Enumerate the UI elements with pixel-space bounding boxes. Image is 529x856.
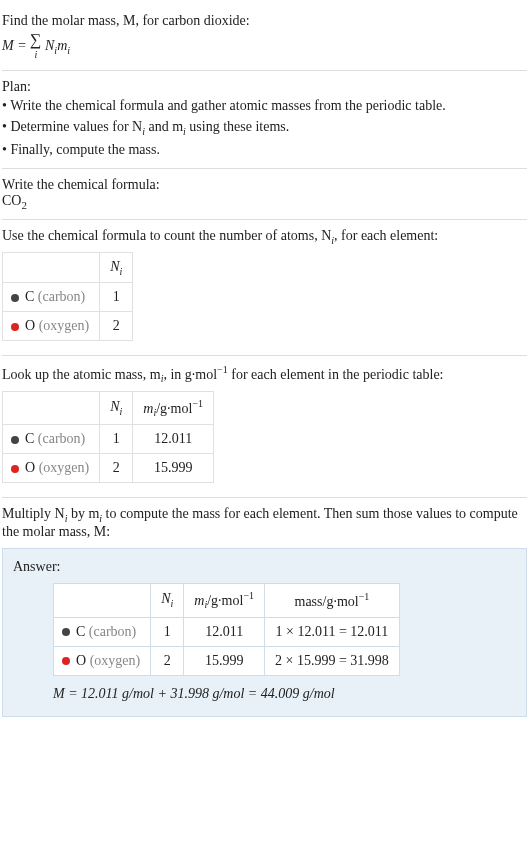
table-row: C (carbon) 1 12.011 bbox=[3, 425, 214, 454]
intro-section: Find the molar mass, M, for carbon dioxi… bbox=[2, 2, 527, 71]
oxygen-m: 15.999 bbox=[184, 646, 265, 675]
carbon-count: 1 bbox=[100, 283, 133, 312]
oxygen-N: 2 bbox=[151, 646, 184, 675]
plan-item-1: • Write the chemical formula and gather … bbox=[2, 95, 527, 116]
oxygen-m: 15.999 bbox=[133, 454, 214, 483]
empty-header bbox=[54, 584, 151, 617]
m-header: mi/g·mol−1 bbox=[133, 391, 214, 424]
plan-title: Plan: bbox=[2, 79, 527, 95]
carbon-cell: C (carbon) bbox=[3, 283, 100, 312]
N-header: Ni bbox=[100, 391, 133, 424]
oxygen-N: 2 bbox=[100, 454, 133, 483]
carbon-m: 12.011 bbox=[184, 617, 265, 646]
table-row: C (carbon) 1 12.011 1 × 12.011 = 12.011 bbox=[54, 617, 400, 646]
plan-item-2: • Determine values for Ni and mi using t… bbox=[2, 116, 527, 139]
plan-item-3: • Finally, compute the mass. bbox=[2, 139, 527, 160]
table-row: O (oxygen) 2 15.999 bbox=[3, 454, 214, 483]
carbon-cell: C (carbon) bbox=[3, 425, 100, 454]
multiply-prompt: Multiply Ni by mi to compute the mass fo… bbox=[2, 506, 527, 540]
multiply-section: Multiply Ni by mi to compute the mass fo… bbox=[2, 498, 527, 732]
intro-line: Find the molar mass, M, for carbon dioxi… bbox=[2, 10, 527, 31]
empty-header bbox=[3, 252, 100, 283]
table-row: Ni bbox=[3, 252, 133, 283]
carbon-dot-icon bbox=[11, 294, 19, 302]
oxygen-dot-icon bbox=[11, 323, 19, 331]
oxygen-dot-icon bbox=[11, 465, 19, 473]
oxygen-dot-icon bbox=[62, 657, 70, 665]
empty-header bbox=[3, 391, 100, 424]
m-header: mi/g·mol−1 bbox=[184, 584, 265, 617]
oxygen-cell: O (oxygen) bbox=[54, 646, 151, 675]
N-header: Ni bbox=[151, 584, 184, 617]
table-row: O (oxygen) 2 15.999 2 × 15.999 = 31.998 bbox=[54, 646, 400, 675]
table-row: Ni mi/g·mol−1 mass/g·mol−1 bbox=[54, 584, 400, 617]
oxygen-cell: O (oxygen) bbox=[3, 312, 100, 341]
plan-section: Plan: • Write the chemical formula and g… bbox=[2, 71, 527, 169]
chemformula-prompt: Write the chemical formula: bbox=[2, 177, 527, 193]
carbon-cell: C (carbon) bbox=[54, 617, 151, 646]
answer-label: Answer: bbox=[13, 559, 516, 575]
table-row: O (oxygen) 2 bbox=[3, 312, 133, 341]
count-atoms-section: Use the chemical formula to count the nu… bbox=[2, 220, 527, 357]
chemical-formula-section: Write the chemical formula: CO2 bbox=[2, 169, 527, 220]
result-line: M = 12.011 g/mol + 31.998 g/mol = 44.009… bbox=[53, 686, 516, 702]
carbon-mass: 1 × 12.011 = 12.011 bbox=[265, 617, 400, 646]
chemical-formula: CO2 bbox=[2, 193, 527, 211]
plan-list: • Write the chemical formula and gather … bbox=[2, 95, 527, 160]
molar-mass-formula: M = ∑i Nimi bbox=[2, 33, 527, 60]
carbon-dot-icon bbox=[11, 436, 19, 444]
oxygen-mass: 2 × 15.999 = 31.998 bbox=[265, 646, 400, 675]
atomicmass-prompt: Look up the atomic mass, mi, in g·mol−1 … bbox=[2, 364, 527, 384]
N-header: Ni bbox=[100, 252, 133, 283]
answer-box: Answer: Ni mi/g·mol−1 mass/g·mol−1 C (ca… bbox=[2, 548, 527, 716]
carbon-m: 12.011 bbox=[133, 425, 214, 454]
oxygen-cell: O (oxygen) bbox=[3, 454, 100, 483]
intro-text: Find the molar mass, M, for carbon dioxi… bbox=[2, 13, 250, 28]
oxygen-count: 2 bbox=[100, 312, 133, 341]
table-row: C (carbon) 1 bbox=[3, 283, 133, 312]
mass-header: mass/g·mol−1 bbox=[265, 584, 400, 617]
atomic-mass-section: Look up the atomic mass, mi, in g·mol−1 … bbox=[2, 356, 527, 498]
carbon-N: 1 bbox=[151, 617, 184, 646]
carbon-N: 1 bbox=[100, 425, 133, 454]
table-row: Ni mi/g·mol−1 bbox=[3, 391, 214, 424]
count-table: Ni C (carbon) 1 O (oxygen) 2 bbox=[2, 252, 133, 342]
answer-table: Ni mi/g·mol−1 mass/g·mol−1 C (carbon) 1 … bbox=[53, 583, 400, 675]
carbon-dot-icon bbox=[62, 628, 70, 636]
atomicmass-table: Ni mi/g·mol−1 C (carbon) 1 12.011 O (oxy… bbox=[2, 391, 214, 483]
count-prompt: Use the chemical formula to count the nu… bbox=[2, 228, 527, 246]
